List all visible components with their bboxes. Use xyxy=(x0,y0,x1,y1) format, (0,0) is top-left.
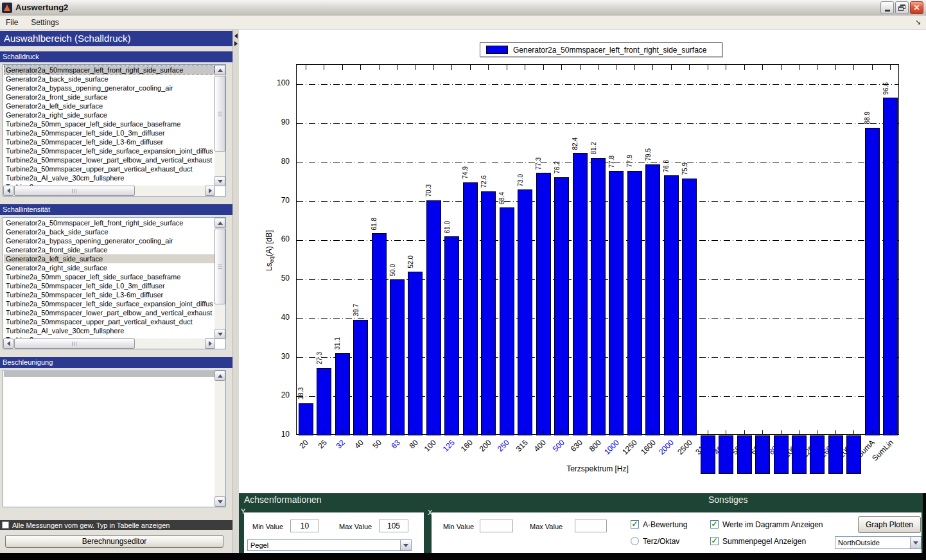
show-all-measurements-checkbox[interactable] xyxy=(2,521,9,529)
horizontal-scrollbar[interactable] xyxy=(3,186,215,196)
list-item[interactable]: Turbine2a_50mmspacer_left_side_L0_3m_dif… xyxy=(4,281,214,290)
section-header-beschleunigung: Beschleunigung xyxy=(0,357,232,368)
y-min-input[interactable] xyxy=(290,520,319,532)
panel-splitter[interactable] xyxy=(232,30,239,554)
splitter-right-icon[interactable] xyxy=(234,41,238,46)
list-item[interactable]: Turbine2a_50mmspacer_left_side_surface_e… xyxy=(4,146,214,155)
list-item[interactable]: Generator2a_bypass_opening_generator_coo… xyxy=(4,236,214,245)
list-item[interactable]: Turbine2a_50mmspacer_left_side_L3-6m_dif… xyxy=(4,290,214,299)
restore-button[interactable] xyxy=(895,1,909,14)
scroll-down-button[interactable] xyxy=(214,496,225,507)
bar-value-label: 77.8 xyxy=(608,155,615,168)
bottom-panel: Achsenformationen Sonstiges Y Min Value … xyxy=(239,493,926,554)
list-item[interactable]: Generator2a_right_side_surface xyxy=(4,110,214,119)
terz-oktav-radio[interactable] xyxy=(631,537,639,545)
bar-value-label: 76.6 xyxy=(663,160,670,172)
dock-arrow-icon[interactable]: ↘ xyxy=(915,18,921,26)
scroll-thumb[interactable] xyxy=(214,229,225,304)
top-tick-mark xyxy=(397,65,397,70)
y-tick-label: 90 xyxy=(268,118,290,127)
menu-file[interactable]: File xyxy=(6,18,18,27)
bottom-tick-mark xyxy=(433,430,434,434)
bar xyxy=(591,158,606,435)
top-tick-mark xyxy=(379,65,380,70)
arrow-up-icon xyxy=(218,222,223,225)
list-item[interactable]: Turbine2a_50mm_spacer_left_side_surface_… xyxy=(4,119,214,128)
scroll-left-button[interactable] xyxy=(3,186,13,196)
close-button[interactable]: ✕ xyxy=(910,1,923,14)
werte-anzeigen-checkbox[interactable]: ✓ xyxy=(710,520,719,529)
left-panel: Auswahlbereich (Schalldruck) Schalldruck… xyxy=(0,30,239,554)
vertical-scrollbar[interactable] xyxy=(214,65,225,186)
y-quantity-dropdown[interactable]: Pegel xyxy=(247,539,412,551)
bar-clipped xyxy=(737,435,752,474)
scroll-up-button[interactable] xyxy=(214,371,225,381)
bar-value-label: 77.9 xyxy=(626,155,633,167)
summenpegel-checkbox[interactable]: ✓ xyxy=(710,537,719,545)
scroll-left-button[interactable] xyxy=(3,338,13,349)
vertical-scrollbar[interactable] xyxy=(214,218,225,339)
horizontal-scrollbar[interactable] xyxy=(3,338,215,349)
x-min-input[interactable] xyxy=(480,520,513,532)
list-item[interactable]: Turbine2a_50mmspacer_lower_part_elbow_an… xyxy=(4,155,214,164)
list-item[interactable]: Generator2a_left_side_surface xyxy=(4,101,214,110)
vertical-scrollbar[interactable] xyxy=(214,371,225,507)
berechnungseditor-button[interactable]: Berechnungseditor xyxy=(5,535,223,548)
list-item[interactable]: Generator2a_front_side_surface xyxy=(4,92,214,101)
scroll-right-button[interactable] xyxy=(205,186,215,196)
list-item[interactable]: Generator2a_bypass_opening_generator_coo… xyxy=(4,83,214,92)
list-item[interactable]: Generator2a_front_side_surface xyxy=(4,245,214,254)
dropdown-button[interactable] xyxy=(910,537,921,548)
list-item[interactable]: Turbine2a_AI_valve_30cm_fullsphere xyxy=(4,326,214,335)
selection-header: Auswahlbereich (Schalldruck) xyxy=(0,31,232,46)
list-item[interactable]: Turbine2a_50mmspacer_upper_part_vertical… xyxy=(4,317,214,326)
list-item[interactable]: Generator2a_back_side_surface xyxy=(4,74,214,83)
y-tick-label: 20 xyxy=(268,390,290,399)
bottom-tick-mark xyxy=(488,430,489,434)
list-item[interactable]: Generator2a_50mmspacer_left_front_right_… xyxy=(4,218,214,227)
legend-position-dropdown[interactable]: NorthOutside xyxy=(835,536,922,549)
show-all-measurements-label: Alle Messungen vom gew. Typ in Tabelle a… xyxy=(12,521,170,529)
legend-label: Generator2a_50mmspacer_left_front_right_… xyxy=(513,46,707,55)
dropdown-button[interactable] xyxy=(400,540,411,550)
list-item[interactable]: Generator2a_left_side_surface xyxy=(4,254,214,263)
list-item[interactable]: Turbine2a_AI_valve_30cm_fullsphere xyxy=(4,173,214,182)
top-tick-mark xyxy=(835,65,836,70)
bar-clipped xyxy=(792,435,807,474)
scroll-thumb[interactable] xyxy=(14,338,135,349)
schalldruck-list: Generator2a_50mmspacer_left_front_right_… xyxy=(4,66,214,186)
splitter-left-icon[interactable] xyxy=(234,33,238,39)
bar-value-label: 72.6 xyxy=(480,175,487,188)
scroll-down-button[interactable] xyxy=(214,176,225,186)
top-tick-mark xyxy=(561,65,562,70)
list-item[interactable]: Turbine2a_50mmspacer_upper_part_vertical… xyxy=(4,164,214,173)
scroll-up-button[interactable] xyxy=(214,218,225,228)
list-item[interactable]: Generator2a_right_side_surface xyxy=(4,263,214,272)
graph-plotten-button[interactable]: Graph Plotten xyxy=(858,516,921,533)
menu-settings[interactable]: Settings xyxy=(31,18,58,27)
scroll-thumb[interactable] xyxy=(214,76,225,152)
scroll-right-button[interactable] xyxy=(205,338,215,349)
list-item[interactable]: Turbine2a_50mm_spacer_left_side_surface_… xyxy=(4,272,214,281)
y-max-input[interactable] xyxy=(379,520,408,532)
bar xyxy=(554,177,569,435)
list-item[interactable]: Turbine2a_50mmspacer_left_side_L0_3m_dif… xyxy=(4,128,214,137)
list-item[interactable]: Turbine2a_50mmspacer_left_side_surface_e… xyxy=(4,299,214,308)
top-tick-mark xyxy=(525,65,525,70)
bottom-tick-mark xyxy=(708,430,708,434)
list-item[interactable]: Generator2a_50mmspacer_left_front_right_… xyxy=(4,66,214,74)
bar-value-label: 70.3 xyxy=(425,184,432,197)
x-max-input[interactable] xyxy=(575,520,607,532)
bar-clipped xyxy=(719,435,733,474)
a-bewertung-checkbox[interactable]: ✓ xyxy=(631,520,639,529)
y-tick-label: 10 xyxy=(268,430,290,439)
list-item[interactable]: Turbine2a_50mmspacer_left_side_L3-6m_dif… xyxy=(4,137,214,146)
list-item[interactable]: Turbine2a_50mmspacer_lower_part_elbow_an… xyxy=(4,308,214,317)
minimize-icon xyxy=(885,10,890,12)
scroll-up-button[interactable] xyxy=(214,65,225,75)
minimize-button[interactable] xyxy=(880,1,894,14)
list-item[interactable]: Generator2a_back_side_surface xyxy=(4,227,214,236)
sonstiges-header: Sonstiges xyxy=(708,494,747,505)
scroll-thumb[interactable] xyxy=(14,186,135,196)
scroll-down-button[interactable] xyxy=(214,329,225,339)
